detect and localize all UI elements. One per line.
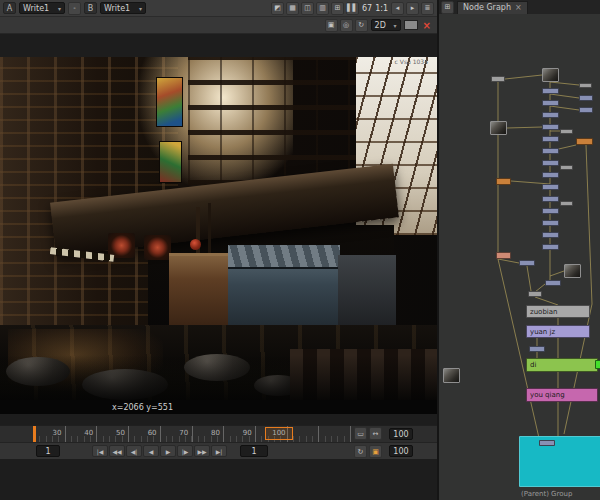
read-node-thumbnail[interactable] [542,68,559,82]
graph-node[interactable] [496,252,511,259]
pause-icon[interactable]: ▌▌ [346,2,359,15]
graph-node[interactable] [542,136,559,142]
view-mode-select[interactable]: 2D ▾ [371,19,401,31]
graph-node[interactable] [579,95,593,101]
graph-node[interactable] [576,138,593,145]
play-backward-button[interactable]: ◀ [143,445,159,457]
graph-node[interactable] [560,129,573,134]
timeline-tick-label: 80 [206,429,226,437]
monitor-output-icon[interactable]: ▣ [325,19,338,32]
frame-range-icon[interactable]: ▭ [354,427,367,440]
nuke-application-window: A Write1 ▾ - B Write1 ▾ ◩▦◫▥⊞▌▌ 67 1:1 ◂… [0,0,600,500]
playback-mode-icon[interactable]: ↻ [354,445,367,458]
lock-range-icon[interactable]: ▣ [369,445,382,458]
graph-node[interactable] [542,220,559,226]
graph-node[interactable] [542,208,559,214]
pixel-aspect-ratio[interactable]: 1:1 [375,4,388,13]
roi-icon[interactable]: ⊞ [331,2,344,15]
graph-node[interactable] [542,148,559,154]
alley-fan-unit [144,235,171,260]
input-a-value: Write1 [23,4,49,13]
viewer-menu-icon[interactable]: ≣ [421,2,434,15]
alley-scaffolding-top [188,57,360,185]
range-start-input[interactable]: 1 [240,445,268,457]
timeline-ruler[interactable]: 30405060708090100 [33,426,353,442]
read-node-thumbnail[interactable] [443,368,460,383]
play-backward-fast-button[interactable]: ◀◀ [109,445,125,457]
prev-view-icon[interactable]: ◂ [391,2,404,15]
graph-node[interactable] [539,440,555,446]
fit-timeline-icon[interactable]: ↔ [369,427,382,440]
graph-node-di[interactable]: di [526,358,598,372]
graph-node[interactable] [560,201,573,206]
color-swatch[interactable] [404,20,418,30]
chevron-down-icon: ▾ [139,5,142,12]
gamma-display-icon[interactable]: ◎ [340,19,353,32]
next-view-icon[interactable]: ▸ [406,2,419,15]
read-node-thumbnail[interactable] [564,264,581,278]
graph-node[interactable] [579,83,592,88]
zoom-level[interactable]: 67 [362,4,372,13]
play-forward-button[interactable]: ▶ [160,445,176,457]
graph-node[interactable] [542,88,559,94]
graph-node[interactable] [542,124,559,130]
timeline-top-buttons: ▭↔ [354,427,382,440]
refresh-render-icon[interactable]: ↻ [355,19,368,32]
graph-node-zuobian[interactable]: zuobian [526,305,590,318]
timeline-tick-label: 60 [142,429,162,437]
close-icon[interactable]: × [515,3,522,12]
step-back-button[interactable]: ◀| [126,445,142,457]
input-a-label: A [3,2,16,14]
graph-node[interactable] [542,196,559,202]
alley-dumpster-lid [228,245,340,269]
playhead-marker[interactable] [33,426,36,442]
graph-node[interactable] [542,160,559,166]
backdrop-node[interactable] [519,436,600,487]
graph-node[interactable] [542,232,559,238]
chevron-down-icon: ▾ [394,22,397,29]
read-node-thumbnail[interactable] [490,121,507,135]
playback-range-end-input[interactable]: 100 [389,445,413,457]
viewer-display-controls: ◩▦◫▥⊞▌▌ [271,2,359,15]
wipe-icon[interactable]: ◫ [301,2,314,15]
gain-icon[interactable]: ◩ [271,2,284,15]
graph-node[interactable] [542,184,559,190]
close-input-icon[interactable]: × [421,20,433,31]
graph-node[interactable] [545,280,561,286]
graph-node-yuan-jz[interactable]: yuan jz [526,325,590,338]
current-frame-input[interactable]: 1 [36,445,60,457]
panel-menu-icon[interactable]: ⊞ [441,1,454,14]
viewer-canvas[interactable]: c Vsu 1034 [0,57,437,400]
graph-node[interactable] [542,112,559,118]
play-forward-fast-button[interactable]: ▶▶ [194,445,210,457]
graph-node[interactable] [528,291,542,297]
checker-background-icon[interactable]: ▦ [286,2,299,15]
tab-node-graph[interactable]: Node Graph × [457,1,528,14]
graph-node[interactable] [491,76,505,82]
input-a-select[interactable]: Write1 ▾ [19,2,65,14]
graph-node[interactable] [579,107,593,113]
graph-node[interactable] [542,172,559,178]
timeline-tick-label: 70 [174,429,194,437]
goto-end-button[interactable]: ▶| [211,445,227,457]
ab-minus-button[interactable]: - [68,2,81,15]
transport-row: 1 |◀◀◀◀|◀▶|▶▶▶▶| 1 ↻▣ 100 [0,442,437,459]
mask-overlay-icon[interactable]: ▥ [316,2,329,15]
step-forward-button[interactable]: |▶ [177,445,193,457]
timeline-tick-label: 90 [237,429,257,437]
graph-node[interactable] [542,100,559,106]
graph-node[interactable] [496,178,511,185]
graph-node[interactable] [529,346,545,352]
node-graph-canvas[interactable]: (Parent) Group zuobianyuan jzdiyou qiang [439,14,600,500]
graph-node[interactable] [542,244,559,250]
goto-start-button[interactable]: |◀ [92,445,108,457]
input-b-value: Write1 [104,4,130,13]
input-b-select[interactable]: Write1 ▾ [100,2,146,14]
graph-node[interactable] [595,360,600,369]
panel-tab-bar: ⊞ Node Graph × [439,0,600,14]
node-connections [439,14,600,500]
global-range-end-input[interactable]: 100 [389,428,413,440]
graph-node[interactable] [560,165,573,170]
graph-node[interactable] [519,260,535,266]
graph-node-you-qiang[interactable]: you qiang [526,388,598,402]
